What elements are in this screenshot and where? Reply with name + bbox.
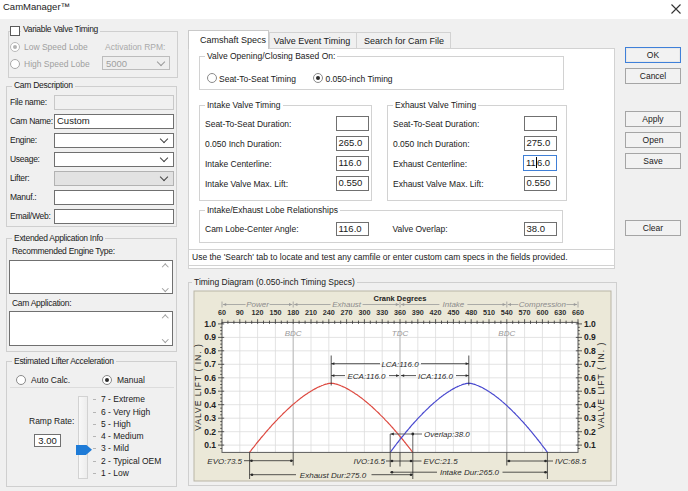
svg-text:Overlap:38.0: Overlap:38.0 bbox=[424, 430, 470, 439]
svg-text:450: 450 bbox=[447, 308, 459, 317]
svg-text:360: 360 bbox=[394, 308, 406, 317]
svg-text:540: 540 bbox=[501, 308, 513, 317]
svg-text:480: 480 bbox=[465, 308, 477, 317]
svg-text:ECA:116.0: ECA:116.0 bbox=[347, 372, 386, 381]
svg-text:210: 210 bbox=[305, 308, 317, 317]
svg-text:240: 240 bbox=[323, 308, 335, 317]
svg-text:0.3: 0.3 bbox=[584, 413, 596, 423]
svg-text:Crank Degrees: Crank Degrees bbox=[374, 294, 427, 303]
svg-text:0.1: 0.1 bbox=[584, 440, 596, 450]
svg-text:0.4: 0.4 bbox=[204, 400, 216, 410]
svg-text:0.4: 0.4 bbox=[584, 400, 596, 410]
svg-text:0.5: 0.5 bbox=[204, 386, 216, 396]
svg-text:150: 150 bbox=[269, 308, 281, 317]
svg-text:390: 390 bbox=[412, 308, 424, 317]
svg-text:270: 270 bbox=[341, 308, 353, 317]
svg-text:0.9: 0.9 bbox=[204, 332, 216, 342]
svg-text:0.7: 0.7 bbox=[584, 359, 596, 369]
svg-text:0.8: 0.8 bbox=[584, 346, 596, 356]
svg-text:EVO:73.5: EVO:73.5 bbox=[207, 457, 242, 466]
svg-text:IVO:16.5: IVO:16.5 bbox=[353, 457, 385, 466]
svg-text:420: 420 bbox=[430, 308, 442, 317]
svg-text:630: 630 bbox=[554, 308, 566, 317]
svg-text:510: 510 bbox=[483, 308, 495, 317]
svg-text:0.3: 0.3 bbox=[204, 413, 216, 423]
svg-text:90: 90 bbox=[236, 308, 244, 317]
svg-text:0.9: 0.9 bbox=[584, 332, 596, 342]
svg-text:0.1: 0.1 bbox=[204, 440, 216, 450]
svg-text:0.2: 0.2 bbox=[204, 427, 216, 437]
svg-text:BDC: BDC bbox=[285, 329, 302, 338]
svg-text:60: 60 bbox=[218, 308, 226, 317]
svg-text:0.6: 0.6 bbox=[204, 373, 216, 383]
svg-text:600: 600 bbox=[536, 308, 548, 317]
svg-text:TDC: TDC bbox=[392, 329, 409, 338]
svg-text:IVC:68.5: IVC:68.5 bbox=[555, 457, 587, 466]
svg-text:0.8: 0.8 bbox=[204, 346, 216, 356]
svg-text:LCA:116.0: LCA:116.0 bbox=[381, 360, 419, 369]
svg-text:1.0: 1.0 bbox=[584, 319, 596, 329]
svg-text:0.7: 0.7 bbox=[204, 359, 216, 369]
svg-text:1.0: 1.0 bbox=[204, 319, 216, 329]
svg-text:660: 660 bbox=[572, 308, 584, 317]
svg-text:300: 300 bbox=[358, 308, 370, 317]
svg-text:330: 330 bbox=[376, 308, 388, 317]
svg-text:BDC: BDC bbox=[498, 329, 515, 338]
svg-text:0.6: 0.6 bbox=[584, 373, 596, 383]
svg-text:VALVE LIFT ( IN. ): VALVE LIFT ( IN. ) bbox=[193, 343, 203, 430]
svg-text:120: 120 bbox=[252, 308, 264, 317]
svg-text:EVC:21.5: EVC:21.5 bbox=[424, 457, 459, 466]
svg-text:570: 570 bbox=[519, 308, 531, 317]
svg-text:0.2: 0.2 bbox=[584, 427, 596, 437]
svg-text:ICA:116.0: ICA:116.0 bbox=[418, 372, 454, 381]
svg-text:VALVE LIFT ( IN. ): VALVE LIFT ( IN. ) bbox=[596, 342, 606, 429]
svg-text:0.5: 0.5 bbox=[584, 386, 596, 396]
svg-text:180: 180 bbox=[287, 308, 299, 317]
svg-text:Intake Dur:265.0: Intake Dur:265.0 bbox=[440, 468, 500, 477]
svg-text:Exhaust Dur:275.0: Exhaust Dur:275.0 bbox=[300, 471, 367, 480]
